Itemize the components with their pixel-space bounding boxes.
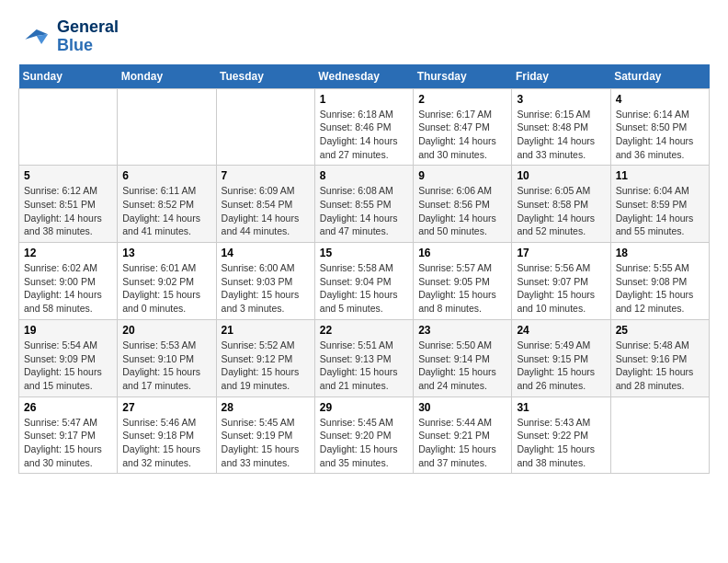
day-number: 26 bbox=[24, 401, 112, 414]
day-cell: 14Sunrise: 6:00 AM Sunset: 9:03 PM Dayli… bbox=[216, 243, 314, 320]
day-cell: 4Sunrise: 6:14 AM Sunset: 8:50 PM Daylig… bbox=[610, 88, 709, 166]
logo: General Blue bbox=[18, 18, 119, 55]
day-cell: 20Sunrise: 5:53 AM Sunset: 9:10 PM Dayli… bbox=[118, 319, 216, 396]
day-number: 21 bbox=[222, 324, 310, 337]
day-info: Sunrise: 5:53 AM Sunset: 9:10 PM Dayligh… bbox=[122, 339, 210, 393]
day-info: Sunrise: 6:01 AM Sunset: 9:02 PM Dayligh… bbox=[122, 261, 210, 316]
day-cell: 12Sunrise: 6:02 AM Sunset: 9:00 PM Dayli… bbox=[19, 243, 118, 320]
day-cell: 17Sunrise: 5:56 AM Sunset: 9:07 PM Dayli… bbox=[512, 243, 610, 320]
day-info: Sunrise: 6:09 AM Sunset: 8:54 PM Dayligh… bbox=[222, 184, 310, 238]
day-number: 4 bbox=[616, 93, 704, 106]
week-row-5: 26Sunrise: 5:47 AM Sunset: 9:17 PM Dayli… bbox=[19, 396, 710, 474]
day-info: Sunrise: 6:17 AM Sunset: 8:47 PM Dayligh… bbox=[418, 108, 506, 162]
day-info: Sunrise: 5:47 AM Sunset: 9:17 PM Dayligh… bbox=[24, 416, 112, 470]
day-info: Sunrise: 6:12 AM Sunset: 8:51 PM Dayligh… bbox=[24, 184, 112, 238]
day-number: 28 bbox=[222, 401, 310, 414]
day-number: 30 bbox=[418, 401, 506, 414]
day-cell: 10Sunrise: 6:05 AM Sunset: 8:58 PM Dayli… bbox=[512, 166, 610, 243]
day-info: Sunrise: 5:57 AM Sunset: 9:05 PM Dayligh… bbox=[418, 261, 506, 316]
header-row: SundayMondayTuesdayWednesdayThursdayFrid… bbox=[19, 64, 710, 89]
day-number: 31 bbox=[517, 401, 605, 414]
day-cell: 31Sunrise: 5:43 AM Sunset: 9:22 PM Dayli… bbox=[512, 396, 610, 474]
week-row-2: 5Sunrise: 6:12 AM Sunset: 8:51 PM Daylig… bbox=[19, 166, 710, 243]
day-cell: 25Sunrise: 5:48 AM Sunset: 9:16 PM Dayli… bbox=[610, 319, 709, 396]
day-number: 14 bbox=[222, 247, 310, 259]
day-cell: 6Sunrise: 6:11 AM Sunset: 8:52 PM Daylig… bbox=[118, 166, 216, 243]
day-cell bbox=[19, 88, 118, 166]
day-number: 22 bbox=[320, 324, 408, 337]
day-number: 12 bbox=[24, 247, 112, 259]
day-number: 20 bbox=[122, 324, 210, 337]
day-info: Sunrise: 6:00 AM Sunset: 9:03 PM Dayligh… bbox=[222, 261, 310, 316]
day-cell: 23Sunrise: 5:50 AM Sunset: 9:14 PM Dayli… bbox=[414, 319, 512, 396]
day-info: Sunrise: 5:58 AM Sunset: 9:04 PM Dayligh… bbox=[320, 261, 408, 316]
day-cell: 28Sunrise: 5:45 AM Sunset: 9:19 PM Dayli… bbox=[216, 396, 314, 474]
day-info: Sunrise: 5:54 AM Sunset: 9:09 PM Dayligh… bbox=[24, 339, 112, 393]
day-cell: 7Sunrise: 6:09 AM Sunset: 8:54 PM Daylig… bbox=[216, 166, 314, 243]
day-info: Sunrise: 6:11 AM Sunset: 8:52 PM Dayligh… bbox=[122, 184, 210, 238]
day-cell: 1Sunrise: 6:18 AM Sunset: 8:46 PM Daylig… bbox=[314, 88, 413, 166]
day-info: Sunrise: 5:50 AM Sunset: 9:14 PM Dayligh… bbox=[418, 339, 506, 393]
day-number: 25 bbox=[616, 324, 704, 337]
day-number: 18 bbox=[616, 247, 704, 259]
day-number: 17 bbox=[517, 247, 605, 259]
day-info: Sunrise: 6:18 AM Sunset: 8:46 PM Dayligh… bbox=[320, 108, 408, 162]
day-header-saturday: Saturday bbox=[610, 64, 709, 89]
day-cell: 24Sunrise: 5:49 AM Sunset: 9:15 PM Dayli… bbox=[512, 319, 610, 396]
day-info: Sunrise: 5:46 AM Sunset: 9:18 PM Dayligh… bbox=[122, 416, 210, 470]
day-cell: 11Sunrise: 6:04 AM Sunset: 8:59 PM Dayli… bbox=[610, 166, 709, 243]
day-number: 1 bbox=[320, 93, 408, 106]
day-cell: 22Sunrise: 5:51 AM Sunset: 9:13 PM Dayli… bbox=[314, 319, 413, 396]
day-number: 24 bbox=[517, 324, 605, 337]
day-info: Sunrise: 5:55 AM Sunset: 9:08 PM Dayligh… bbox=[616, 261, 704, 316]
day-number: 7 bbox=[222, 169, 310, 182]
day-info: Sunrise: 5:51 AM Sunset: 9:13 PM Dayligh… bbox=[320, 339, 408, 393]
day-cell bbox=[216, 88, 314, 166]
day-info: Sunrise: 6:15 AM Sunset: 8:48 PM Dayligh… bbox=[517, 108, 605, 162]
day-info: Sunrise: 6:08 AM Sunset: 8:55 PM Dayligh… bbox=[320, 184, 408, 238]
day-info: Sunrise: 5:43 AM Sunset: 9:22 PM Dayligh… bbox=[517, 416, 605, 470]
day-number: 27 bbox=[122, 401, 210, 414]
day-number: 10 bbox=[517, 169, 605, 182]
day-info: Sunrise: 5:44 AM Sunset: 9:21 PM Dayligh… bbox=[418, 416, 506, 470]
day-number: 11 bbox=[616, 169, 704, 182]
day-cell: 27Sunrise: 5:46 AM Sunset: 9:18 PM Dayli… bbox=[118, 396, 216, 474]
day-cell: 16Sunrise: 5:57 AM Sunset: 9:05 PM Dayli… bbox=[414, 243, 512, 320]
day-header-sunday: Sunday bbox=[19, 64, 118, 89]
week-row-3: 12Sunrise: 6:02 AM Sunset: 9:00 PM Dayli… bbox=[19, 243, 710, 320]
day-cell: 3Sunrise: 6:15 AM Sunset: 8:48 PM Daylig… bbox=[512, 88, 610, 166]
day-number: 29 bbox=[320, 401, 408, 414]
day-cell: 2Sunrise: 6:17 AM Sunset: 8:47 PM Daylig… bbox=[414, 88, 512, 166]
day-header-monday: Monday bbox=[118, 64, 216, 89]
day-number: 15 bbox=[320, 247, 408, 259]
day-header-friday: Friday bbox=[512, 64, 610, 89]
day-info: Sunrise: 5:48 AM Sunset: 9:16 PM Dayligh… bbox=[616, 339, 704, 393]
day-number: 13 bbox=[122, 247, 210, 259]
day-header-thursday: Thursday bbox=[414, 64, 512, 89]
day-cell bbox=[118, 88, 216, 166]
page-header: General Blue bbox=[18, 18, 710, 55]
day-info: Sunrise: 6:04 AM Sunset: 8:59 PM Dayligh… bbox=[616, 184, 704, 238]
calendar-table: SundayMondayTuesdayWednesdayThursdayFrid… bbox=[18, 64, 710, 475]
day-number: 6 bbox=[122, 169, 210, 182]
day-number: 16 bbox=[418, 247, 506, 259]
day-cell: 15Sunrise: 5:58 AM Sunset: 9:04 PM Dayli… bbox=[314, 243, 413, 320]
day-info: Sunrise: 5:49 AM Sunset: 9:15 PM Dayligh… bbox=[517, 339, 605, 393]
day-info: Sunrise: 6:14 AM Sunset: 8:50 PM Dayligh… bbox=[616, 108, 704, 162]
day-info: Sunrise: 6:02 AM Sunset: 9:00 PM Dayligh… bbox=[24, 261, 112, 316]
day-cell: 30Sunrise: 5:44 AM Sunset: 9:21 PM Dayli… bbox=[414, 396, 512, 474]
day-cell: 19Sunrise: 5:54 AM Sunset: 9:09 PM Dayli… bbox=[19, 319, 118, 396]
day-cell: 26Sunrise: 5:47 AM Sunset: 9:17 PM Dayli… bbox=[19, 396, 118, 474]
logo-text: General Blue bbox=[57, 18, 119, 55]
day-number: 5 bbox=[24, 169, 112, 182]
day-number: 23 bbox=[418, 324, 506, 337]
day-number: 3 bbox=[517, 93, 605, 106]
day-cell: 21Sunrise: 5:52 AM Sunset: 9:12 PM Dayli… bbox=[216, 319, 314, 396]
day-number: 9 bbox=[418, 169, 506, 182]
day-cell: 5Sunrise: 6:12 AM Sunset: 8:51 PM Daylig… bbox=[19, 166, 118, 243]
day-number: 8 bbox=[320, 169, 408, 182]
logo-icon bbox=[18, 23, 51, 51]
week-row-1: 1Sunrise: 6:18 AM Sunset: 8:46 PM Daylig… bbox=[19, 88, 710, 166]
day-info: Sunrise: 6:06 AM Sunset: 8:56 PM Dayligh… bbox=[418, 184, 506, 238]
day-info: Sunrise: 6:05 AM Sunset: 8:58 PM Dayligh… bbox=[517, 184, 605, 238]
